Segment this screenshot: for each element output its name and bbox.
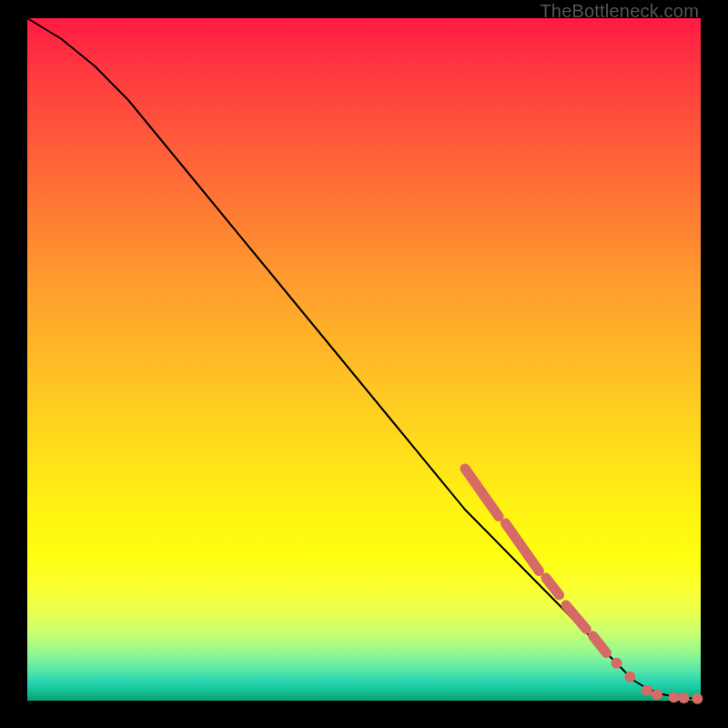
- scatter-dot: [642, 685, 652, 696]
- bottleneck-curve: [27, 18, 701, 699]
- scatter-dot: [624, 672, 635, 682]
- highlight-segment: [566, 605, 586, 629]
- scatter-dots: [612, 658, 703, 704]
- scatter-dot: [679, 693, 690, 703]
- highlight-segments: [465, 469, 606, 653]
- highlight-segment: [465, 469, 499, 517]
- scatter-dot: [652, 689, 662, 700]
- scatter-dot: [612, 658, 622, 669]
- scatter-dot: [692, 693, 703, 704]
- plot-area: [27, 18, 701, 701]
- chart-overlay: [27, 18, 701, 701]
- chart-frame: TheBottleneck.com: [0, 0, 728, 728]
- highlight-segment: [505, 523, 539, 571]
- scatter-dot: [668, 692, 679, 703]
- highlight-segment: [593, 636, 607, 653]
